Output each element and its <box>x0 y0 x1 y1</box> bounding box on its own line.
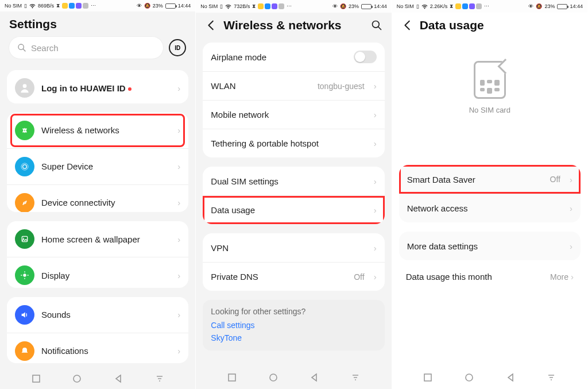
wlan-label: WLAN <box>211 81 311 91</box>
private-dns-row[interactable]: Private DNS Off › <box>203 262 384 291</box>
nav-menu-icon[interactable] <box>350 372 361 383</box>
no-sim-label: No SIM <box>5 3 22 9</box>
nav-recent-icon[interactable] <box>31 373 41 384</box>
mobile-network-row[interactable]: Mobile network › <box>203 100 384 129</box>
nav-back-icon[interactable] <box>309 372 319 383</box>
net-rate: 869B/s <box>38 3 54 9</box>
notifications-row[interactable]: Notifications › <box>7 333 188 363</box>
status-app-icons <box>455 3 482 9</box>
status-bar: No SIM ▯ 2.26K/s ⧗ ⋯ 👁 🔕 23% 14:44 <box>392 0 587 13</box>
chevron-right-icon: › <box>570 203 572 213</box>
svg-rect-16 <box>229 374 235 381</box>
eye-icon: 👁 <box>528 3 533 9</box>
svg-point-2 <box>23 84 27 88</box>
search-button[interactable] <box>371 20 382 31</box>
sim-icon: ▯ <box>220 3 223 9</box>
smart-saver-label: Smart Data Saver <box>407 175 543 184</box>
notifications-icon <box>15 341 34 361</box>
mobile-net-label: Mobile network <box>211 110 366 120</box>
screen-data-usage: No SIM ▯ 2.26K/s ⧗ ⋯ 👁 🔕 23% 14:44 Data … <box>392 0 588 389</box>
chevron-right-icon: › <box>177 83 180 93</box>
notifications-label: Notifications <box>41 346 171 356</box>
login-row[interactable]: Log in to HUAWEI ID › <box>7 70 188 103</box>
profile-ring-icon[interactable]: ID <box>169 39 186 56</box>
display-label: Display <box>41 271 171 280</box>
screen-wireless: No SIM ▯ 732B/s ⧗ ⋯ 👁 🔕 23% 14:44 Wirele… <box>196 0 392 389</box>
wallpaper-icon <box>15 229 34 249</box>
net-access-label: Network access <box>407 203 563 213</box>
chevron-right-icon: › <box>374 81 377 91</box>
wireless-icon <box>15 121 34 140</box>
nav-back-icon[interactable] <box>505 372 516 383</box>
chevron-right-icon: › <box>177 310 180 319</box>
chevron-right-icon: › <box>374 243 377 253</box>
super-device-row[interactable]: Super Device › <box>7 148 188 184</box>
search-placeholder: Search <box>31 43 59 53</box>
smart-data-saver-row[interactable]: Smart Data Saver Off › <box>399 165 581 194</box>
search-input[interactable]: Search <box>9 37 163 59</box>
wireless-networks-row[interactable]: Wireless & networks › <box>7 113 188 148</box>
svg-line-15 <box>378 27 381 30</box>
status-app-icons <box>258 3 284 9</box>
svg-point-4 <box>21 163 28 170</box>
tether-label: Tethering & portable hotspot <box>211 138 366 148</box>
hint-link-skytone[interactable]: SkyTone <box>211 333 376 342</box>
eye-icon: 👁 <box>332 3 338 9</box>
tethering-row[interactable]: Tethering & portable hotspot › <box>203 129 384 157</box>
nav-home-icon[interactable] <box>268 372 278 383</box>
smart-saver-value: Off <box>550 175 560 184</box>
airplane-mode-row[interactable]: Airplane mode <box>203 43 384 71</box>
private-dns-label: Private DNS <box>211 272 347 282</box>
nav-menu-icon[interactable] <box>546 372 556 383</box>
data-usage-label: Data usage <box>211 205 366 215</box>
footer-label: Data usage this month <box>406 272 492 282</box>
nav-home-icon[interactable] <box>72 373 82 384</box>
sounds-label: Sounds <box>41 310 171 319</box>
search-icon <box>17 43 26 52</box>
nav-menu-icon[interactable] <box>154 373 165 384</box>
bell-off-icon: 🔕 <box>340 3 346 9</box>
no-sim-state: No SIM card <box>392 38 587 126</box>
avatar-icon <box>15 78 34 98</box>
device-connectivity-row[interactable]: Device connectivity › <box>7 184 188 213</box>
hint-link-call[interactable]: Call settings <box>211 321 376 330</box>
nav-recent-icon[interactable] <box>423 372 433 383</box>
sounds-row[interactable]: Sounds › <box>7 297 188 333</box>
wlan-value: tongbu-guest <box>318 82 365 91</box>
back-button[interactable] <box>401 19 414 32</box>
wlan-row[interactable]: WLAN tongbu-guest › <box>203 71 384 100</box>
chevron-right-icon: › <box>177 346 180 356</box>
more-data-settings-row[interactable]: More data settings › <box>399 232 581 260</box>
hourglass-icon: ⧗ <box>56 3 60 9</box>
page-title: Wireless & networks <box>223 18 341 32</box>
no-sim-label: No SIM <box>200 3 218 9</box>
status-bar: No SIM ▯ 732B/s ⧗ ⋯ 👁 🔕 23% 14:44 <box>196 0 391 13</box>
home-screen-row[interactable]: Home screen & wallpaper › <box>7 221 188 257</box>
chevron-right-icon: › <box>374 138 377 148</box>
login-label: Log in to HUAWEI ID <box>41 83 171 93</box>
data-usage-row[interactable]: Data usage › <box>203 195 384 224</box>
airplane-toggle[interactable] <box>354 51 377 63</box>
nav-recent-icon[interactable] <box>227 372 237 383</box>
net-rate: 732B/s <box>234 3 250 9</box>
vpn-row[interactable]: VPN › <box>203 233 384 262</box>
chevron-right-icon: › <box>177 125 180 135</box>
nav-back-icon[interactable] <box>113 373 123 384</box>
header: Settings <box>0 11 195 37</box>
data-usage-month-row[interactable]: Data usage this month More › <box>392 265 587 288</box>
nav-home-icon[interactable] <box>464 372 474 383</box>
back-button[interactable] <box>205 19 218 32</box>
status-app-icons <box>62 3 88 9</box>
network-access-row[interactable]: Network access › <box>399 194 581 222</box>
display-row[interactable]: Display › <box>7 257 188 287</box>
red-dot-icon <box>128 87 131 91</box>
svg-rect-18 <box>424 374 431 381</box>
svg-point-7 <box>23 274 26 277</box>
clock: 14:44 <box>374 3 387 9</box>
bell-off-icon: 🔕 <box>144 3 150 9</box>
battery-icon <box>165 3 176 9</box>
sim-icon: ▯ <box>24 3 27 9</box>
battery-icon <box>557 4 567 9</box>
vpn-label: VPN <box>211 243 366 253</box>
dual-sim-row[interactable]: Dual SIM settings › <box>203 167 384 195</box>
